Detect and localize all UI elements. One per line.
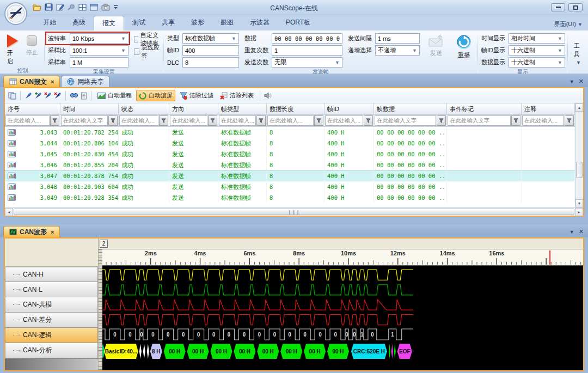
channel-button-CAN-分析[interactable]: CAN-分析 xyxy=(5,343,98,358)
column-header[interactable]: 事件标记 xyxy=(447,103,522,115)
send-button[interactable]: 发送 xyxy=(424,33,448,58)
filter-funnel-button[interactable] xyxy=(256,115,266,126)
sample-rate-field[interactable]: 1 M xyxy=(70,57,128,68)
close-panel-icon[interactable]: ✕ xyxy=(579,78,584,85)
ribbon-tab-共享[interactable]: 共享 xyxy=(154,16,183,30)
minimize-button[interactable] xyxy=(551,3,565,11)
send-count-select[interactable]: 无限▼ xyxy=(272,57,342,68)
tools-button[interactable]: 工具 ▼ xyxy=(570,41,587,66)
mark-add-pin-icon[interactable] xyxy=(34,92,42,100)
dlc-field[interactable]: 8 xyxy=(182,57,239,68)
tab-can-waveform[interactable]: CAN波形 × xyxy=(3,226,60,237)
repeat-count-field[interactable]: 1 xyxy=(272,45,342,56)
ribbon-tab-报文[interactable]: 报文 xyxy=(94,16,124,30)
clear-filter-button[interactable]: 清除过滤 xyxy=(177,90,216,101)
tab-list-icon[interactable]: ▼ xyxy=(569,79,574,84)
data-field[interactable]: 00 00 00 00 00 00 00 00 xyxy=(272,33,342,44)
tab-can-messages[interactable]: CAN报文 × xyxy=(3,76,60,87)
mark-pin-icon[interactable] xyxy=(24,92,32,100)
column-header[interactable]: 帧ID xyxy=(324,103,374,115)
filter-input[interactable]: 在此处输入... xyxy=(219,115,256,126)
auto-range-button[interactable]: 自动量程 xyxy=(95,90,134,101)
replay-button[interactable]: 重播 xyxy=(452,33,475,60)
column-header[interactable]: 数据长度 xyxy=(267,103,324,115)
waveform-display[interactable]: 000000000000000000101BasicID:40...8 H00 … xyxy=(102,266,583,370)
filter-input[interactable]: 在此处输入... xyxy=(325,115,363,126)
filter-input[interactable]: 在此处输入文字 xyxy=(61,115,108,126)
table-row[interactable]: 3,04400:01:20.806 104成功发送标准数据帧8400 H00 0… xyxy=(5,138,575,149)
baudrate-select[interactable]: 10 Kbps▼ xyxy=(70,33,128,44)
column-header[interactable]: 帧类型 xyxy=(218,103,267,115)
column-header[interactable]: 状态 xyxy=(119,103,169,115)
data-display-select[interactable]: 十六进制▼ xyxy=(509,57,565,68)
horizontal-scrollbar[interactable]: ◄ ❙❙❙ ► xyxy=(5,207,583,216)
table-row[interactable]: 3,04500:01:20.830 454成功发送标准数据帧8400 H00 0… xyxy=(5,149,575,160)
frame-id-field[interactable]: 400 xyxy=(182,45,239,56)
search-icon[interactable] xyxy=(70,92,78,99)
filter-input[interactable]: 在此处输入... xyxy=(170,115,207,126)
table-row[interactable]: 3,04300:01:20.782 254成功发送标准数据帧8400 H00 0… xyxy=(5,127,575,138)
copy-icon[interactable] xyxy=(8,92,16,100)
close-tab-icon[interactable]: × xyxy=(51,229,54,235)
channel-button-CAN-逻辑[interactable]: CAN-逻辑 xyxy=(5,328,98,343)
time-display-select[interactable]: 相对时间▼ xyxy=(509,33,565,44)
filter-funnel-button[interactable] xyxy=(159,115,168,126)
ribbon-tab-示波器[interactable]: 示波器 xyxy=(242,16,278,30)
filter-funnel-button[interactable] xyxy=(565,115,574,126)
table-row[interactable]: 3,04600:01:20.855 204成功发送标准数据帧8400 H00 0… xyxy=(5,160,575,170)
maximize-button[interactable] xyxy=(568,3,583,11)
ribbon-tab-PORT板[interactable]: PORT板 xyxy=(278,16,318,30)
filter-funnel-button[interactable] xyxy=(437,115,446,126)
table-row[interactable]: 3,04700:01:20.878 754成功发送标准数据帧8400 H00 0… xyxy=(5,170,575,181)
panel-splitter[interactable] xyxy=(0,217,588,224)
channel-button-CAN-L[interactable]: CAN-L xyxy=(5,282,98,297)
ribbon-tab-波形[interactable]: 波形 xyxy=(183,16,212,30)
filter-funnel-button[interactable] xyxy=(314,115,323,126)
filter-input[interactable]: 在此处输入... xyxy=(267,115,314,126)
column-header[interactable]: 方向 xyxy=(169,103,218,115)
table-row[interactable]: 3,04800:01:20.903 604成功发送标准数据帧8400 H00 0… xyxy=(5,181,575,192)
custom-baud-checkbox[interactable]: 自定义波特率 xyxy=(134,34,161,44)
filter-funnel-button[interactable] xyxy=(108,115,118,126)
frame-type-select[interactable]: 标准数据帧▼ xyxy=(182,33,239,44)
scroll-right-icon[interactable]: ► xyxy=(575,208,583,216)
stop-button[interactable]: 停止 xyxy=(22,33,42,58)
column-header[interactable]: 序号 xyxy=(5,103,60,115)
clear-list-button[interactable]: 清除列表 xyxy=(218,90,256,101)
tab-list-icon[interactable]: ▼ xyxy=(569,229,574,235)
filter-funnel-button[interactable] xyxy=(511,115,520,126)
channel-button-CAN-共模[interactable]: CAN-共模 xyxy=(5,297,98,313)
filter-funnel-button[interactable] xyxy=(208,115,217,126)
ribbon-tab-眼图[interactable]: 眼图 xyxy=(212,16,242,30)
auto-scroll-button[interactable]: 自动滚屏 xyxy=(136,90,175,101)
column-header[interactable]: 注释 xyxy=(522,103,575,115)
report-icon[interactable] xyxy=(81,92,87,100)
vertical-scrollbar[interactable]: ▲ ▼ xyxy=(575,103,583,207)
ribbon-tab-开始[interactable]: 开始 xyxy=(35,16,64,30)
scroll-left-icon[interactable]: ◄ xyxy=(5,208,13,216)
scroll-up-icon[interactable]: ▲ xyxy=(575,103,583,112)
send-interval-field[interactable]: 1 ms xyxy=(375,33,420,44)
ribbon-tab-高级[interactable]: 高级 xyxy=(64,16,94,30)
mark-next-pin-icon[interactable] xyxy=(54,92,62,100)
mark-prev-pin-icon[interactable] xyxy=(44,92,52,100)
ribbon-tab-测试[interactable]: 测试 xyxy=(124,16,154,30)
scroll-down-icon[interactable]: ▼ xyxy=(575,199,583,207)
sample-ratio-select[interactable]: 100:1▼ xyxy=(70,45,128,56)
filter-input[interactable]: 在此处输入... xyxy=(522,115,564,126)
filter-input[interactable]: 在此处输入文字 xyxy=(448,115,511,126)
speaker-icon[interactable] xyxy=(264,92,272,99)
app-logo-icon[interactable] xyxy=(4,2,28,26)
filter-funnel-button[interactable] xyxy=(50,115,59,126)
filter-input[interactable]: 在此处输入... xyxy=(119,115,158,126)
column-header[interactable]: 帧数据 xyxy=(374,103,447,115)
start-button[interactable]: 开启 xyxy=(3,33,22,66)
zoom-level-indicator[interactable]: 2 xyxy=(100,240,108,248)
filter-funnel-button[interactable] xyxy=(364,115,373,126)
time-ruler[interactable]: 2ms4ms6ms8ms10ms12ms14ms16ms xyxy=(102,249,583,266)
filter-input[interactable]: 在此处输入... xyxy=(5,115,50,126)
id-display-select[interactable]: 十六进制▼ xyxy=(509,45,565,56)
close-panel-icon[interactable]: ✕ xyxy=(579,228,584,235)
ui-menu-button[interactable]: 界面(UI) ▼ xyxy=(554,20,583,28)
bus-ack-checkbox[interactable]: 总线应答 xyxy=(134,46,161,57)
